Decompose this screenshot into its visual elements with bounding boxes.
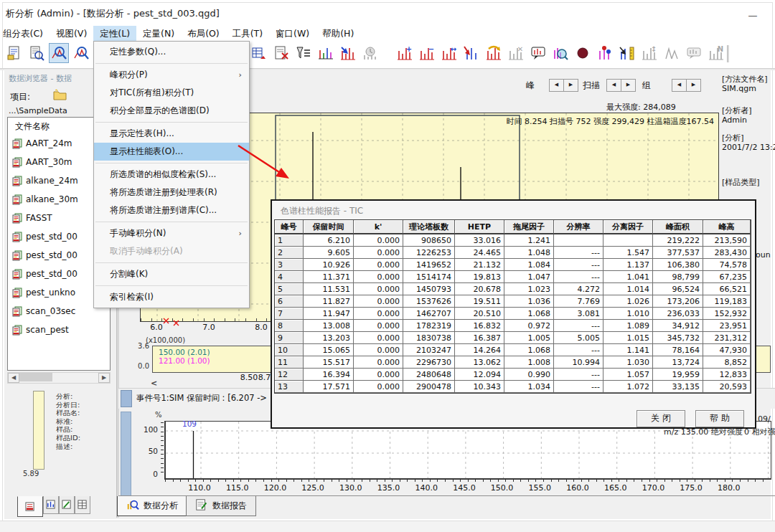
column-header-理论塔板数[interactable]: 理论塔板数 <box>403 220 455 234</box>
table-row-11[interactable]: 1115.5170.000229673013.0621.00810.9941.0… <box>275 356 751 369</box>
menu-item-14[interactable]: 手动峰积分(N)› <box>94 224 249 242</box>
menu-item-10[interactable]: 所选质谱的相似度检索(S)... <box>94 166 249 184</box>
table-row-4[interactable]: 411.3710.000151417419.8131.047---1.04198… <box>275 271 751 283</box>
new-folder-icon[interactable] <box>53 89 67 104</box>
help-button[interactable]: 帮 助 <box>695 410 744 427</box>
minimize-button[interactable]: — <box>743 10 762 22</box>
dialog-title[interactable]: 色谱柱性能报告 - TIC <box>281 205 363 217</box>
table-row-7[interactable]: 711.9470.000146270720.5101.0683.0811.010… <box>275 308 751 320</box>
xic-scroll-left-icon[interactable]: < <box>151 379 157 388</box>
column-header-保留时间[interactable]: 保留时间 <box>304 220 354 234</box>
menubar-item-6[interactable]: 工具(T) <box>226 26 269 42</box>
value-cell: 1.005 <box>504 332 554 344</box>
zoom-chromatogram-icon[interactable] <box>49 43 69 63</box>
peak-number-cell: 9 <box>275 332 304 344</box>
scroll-left-arrow-icon[interactable]: ◀ <box>8 373 19 383</box>
table-row-1[interactable]: 16.2100.00090865033.0161.241219,222213,5… <box>275 234 751 247</box>
column-header-HETP[interactable]: HETP <box>455 220 504 234</box>
menu-item-12[interactable]: 将所选质谱注册到谱库(C)... <box>94 201 249 219</box>
column-header-峰面积[interactable]: 峰面积 <box>653 220 703 234</box>
sidebar-tab-4[interactable] <box>75 496 90 514</box>
delete-peaks-icon-disabled[interactable]: ✕ <box>506 43 526 63</box>
sidebar-tab-3[interactable] <box>59 496 75 514</box>
edit-method-icon[interactable] <box>271 43 291 63</box>
menu-item-17[interactable]: 分割峰(K) <box>94 265 249 283</box>
table-row-3[interactable]: 310.9260.000141965221.1321.084---1.13710… <box>275 259 751 271</box>
table-row-13[interactable]: 1317.5710.000290047810.3431.034---1.0723… <box>275 381 751 393</box>
sidebar-tab-1[interactable] <box>17 496 43 517</box>
register-to-table-icon[interactable] <box>249 43 269 63</box>
menu-item-7[interactable]: 显示定性表(H)... <box>94 125 249 143</box>
annotation-icon-disabled[interactable] <box>684 43 704 63</box>
align-peaks-icon-disabled[interactable]: ↕ <box>639 43 659 63</box>
table-row-2[interactable]: 29.6050.000122625324.4651.048---1.547377… <box>275 247 751 259</box>
column-header-峰高[interactable]: 峰高 <box>703 220 751 234</box>
project-path[interactable]: ...\SampleData <box>9 106 67 115</box>
zoom-in-peaks-icon[interactable]: + <box>395 43 415 63</box>
menubar-item-4[interactable]: 定量(N) <box>136 26 181 42</box>
table-row-6[interactable]: 611.8270.000153762619.5111.0367.7691.026… <box>275 295 751 308</box>
table-row-10[interactable]: 1015.0650.000210324714.2641.068---1.1417… <box>275 344 751 356</box>
menubar-item-8[interactable]: 帮助(H) <box>316 26 360 42</box>
table-row-9[interactable]: 913.2030.000183073816.3871.0055.0051.015… <box>275 332 751 344</box>
peak-n-icon-disabled[interactable]: N <box>706 43 726 63</box>
menu-item-19[interactable]: 索引检索(I) <box>94 288 249 306</box>
peak-pair-icon-disabled[interactable] <box>662 43 682 63</box>
filter-table-icon[interactable] <box>293 43 314 63</box>
peak-to-baseline-icon[interactable] <box>338 43 358 63</box>
file-item-11[interactable]: scan_pest <box>8 320 110 339</box>
menu-item-8[interactable]: 显示柱性能表(O)... <box>94 143 249 161</box>
zoom-out-chromatogram-icon[interactable] <box>71 43 91 63</box>
value-cell: 34,912 <box>653 320 703 332</box>
peak-ruler-icon[interactable] <box>617 43 637 63</box>
nav-prev-button-1[interactable]: ◀ <box>549 79 564 92</box>
menu-item-1[interactable]: 定性参数(Q)... <box>94 43 249 61</box>
tab-data-analysis[interactable]: 数据分析 <box>117 496 187 516</box>
nav-prev-button-2[interactable]: ◀ <box>606 79 621 92</box>
manual-integration-icon[interactable] <box>461 43 482 63</box>
column-header-分辨率[interactable]: 分辨率 <box>554 220 603 234</box>
report-page-icon[interactable] <box>4 43 24 63</box>
scroll-thumb[interactable] <box>19 373 52 381</box>
peak-label-icon[interactable] <box>528 43 548 63</box>
tab-data-report[interactable]: 数据报告 <box>186 496 256 516</box>
menu-item-5[interactable]: 积分全部显示的色谱图(D) <box>94 102 249 120</box>
close-button[interactable]: 关 闭 <box>637 410 685 427</box>
table-row-12[interactable]: 1216.3940.000248064812.0940.990---1.0571… <box>275 369 751 381</box>
menubar-item-3[interactable]: 定性(L) <box>93 26 136 42</box>
menubar-item-5[interactable]: 布局(O) <box>181 26 226 42</box>
column-header-k'[interactable]: k' <box>354 220 403 234</box>
undo-integration-icon[interactable] <box>484 43 504 63</box>
menu-item-4[interactable]: 对TIC(所有组)积分(T) <box>94 84 249 102</box>
sidebar-tab-2[interactable] <box>43 496 59 514</box>
file-list-hscrollbar[interactable]: ◀ ▶ <box>7 372 111 384</box>
spectrum-search-icon[interactable] <box>550 43 570 63</box>
column-header-分离因子[interactable]: 分离因子 <box>603 220 653 234</box>
table-row-5[interactable]: 511.5310.000145079320.6781.0234.2721.014… <box>275 283 751 295</box>
column-header-拖尾因子[interactable]: 拖尾因子 <box>504 220 554 234</box>
print-preview-icon[interactable] <box>27 43 47 63</box>
ion-peaks-icon[interactable] <box>595 43 615 63</box>
scroll-right-arrow-icon[interactable]: ▶ <box>98 373 110 383</box>
colored-peaks-icon[interactable] <box>316 43 336 63</box>
chromatogram-thumbnail[interactable] <box>33 391 44 470</box>
menubar-item-2[interactable]: 视图(V) <box>50 26 93 42</box>
menu-item-11[interactable]: 将所选质谱注册到处理表(R) <box>94 184 249 201</box>
nav-next-button-1[interactable]: ▶ <box>563 79 578 92</box>
menubar-item-7[interactable]: 窗口(W) <box>269 26 316 42</box>
menu-separator <box>95 285 248 286</box>
nav-prev-button-3[interactable]: ◀ <box>672 79 687 92</box>
menubar-item-1[interactable]: 组分表(C) <box>0 26 50 42</box>
value-cell: 0.000 <box>354 259 403 271</box>
menu-item-3[interactable]: 峰积分(P)› <box>94 66 249 84</box>
nav-next-button-2[interactable]: ▶ <box>621 79 636 92</box>
menu-separator <box>95 222 248 222</box>
record-icon[interactable] <box>573 43 593 63</box>
table-row-8[interactable]: 813.0080.000178231916.8320.972---1.08934… <box>275 320 751 332</box>
xic-legend-121: 121.00 (1.00) <box>159 356 210 365</box>
zoom-range-peaks-icon[interactable]: ↔ <box>439 43 459 63</box>
time-program-icon-disabled[interactable] <box>360 43 380 63</box>
zoom-out-peaks-icon[interactable]: − <box>417 43 437 63</box>
nav-next-button-3[interactable]: ▶ <box>686 79 701 92</box>
column-header-峰号[interactable]: 峰号 <box>275 220 304 234</box>
